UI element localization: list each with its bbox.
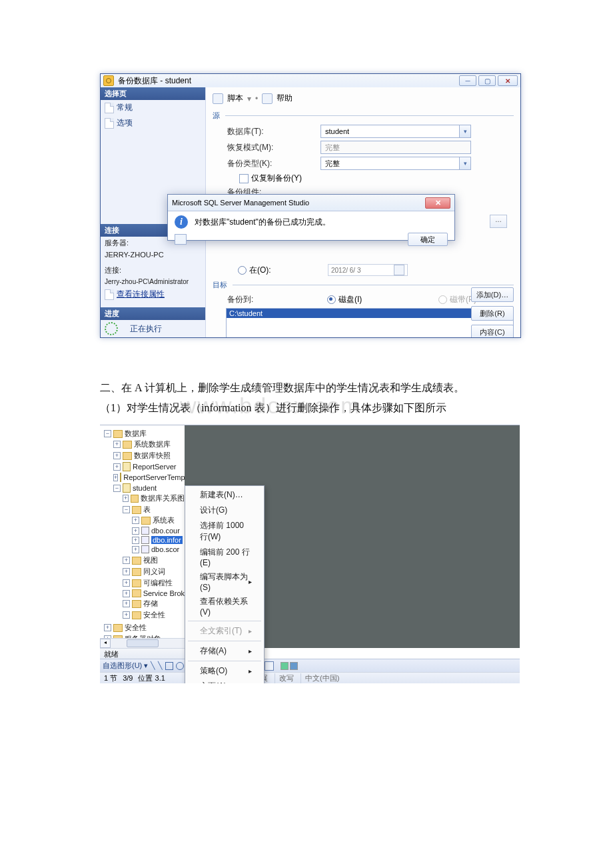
help-button[interactable]: 帮助 (277, 93, 293, 104)
dialog-toolbar: 脚本 ▾ • 帮助 (213, 93, 514, 104)
copy-only-checkbox[interactable] (239, 174, 249, 183)
ctx-design[interactable]: 设计(G) (185, 503, 264, 518)
ctx-policies[interactable]: 策略(O) (185, 663, 264, 679)
tree-reportservertemp[interactable]: ReportServerTempDB (123, 473, 185, 481)
nav-general[interactable]: 常规 (101, 100, 205, 115)
tree-toggle[interactable]: + (113, 441, 121, 448)
window-minimize-button[interactable]: ─ (459, 75, 476, 86)
tree-systables[interactable]: 系统表 (153, 515, 175, 525)
tree-toggle[interactable]: − (123, 506, 130, 513)
backup-type-dropdown[interactable]: 完整 ▾ (320, 157, 471, 170)
tree-views[interactable]: 视图 (143, 555, 158, 565)
add-button[interactable]: 添加(D)… (471, 287, 514, 302)
dest-disk-label: 磁盘(I) (338, 294, 385, 305)
calendar-icon (394, 265, 404, 275)
tree-toggle[interactable]: + (132, 537, 139, 544)
remove-button[interactable]: 删除(R) (471, 306, 514, 321)
tree-databases[interactable]: 数据库 (125, 429, 147, 439)
tree-service-broker[interactable]: Service Brok (143, 589, 185, 597)
tree-storage[interactable]: 存储 (143, 599, 158, 609)
tree-toggle[interactable]: + (123, 495, 129, 502)
arrow-style-icon[interactable] (265, 661, 274, 671)
ctx-separator (188, 661, 261, 661)
page-icon (105, 118, 114, 129)
tree-reportserver[interactable]: ReportServer (133, 463, 176, 471)
tree-toggle[interactable]: + (113, 474, 118, 481)
conn-label: 连接: (101, 264, 205, 277)
tree-security[interactable]: 安全性 (125, 623, 147, 633)
tree-toggle[interactable]: − (104, 430, 111, 437)
database-icon (123, 483, 131, 493)
chevron-down-icon: ▾ (459, 125, 470, 137)
tree-toggle[interactable]: + (123, 557, 130, 564)
tree-toggle[interactable]: + (123, 590, 130, 597)
database-dropdown[interactable]: student ▾ (320, 125, 471, 138)
status-language[interactable]: 中文(中国) (301, 673, 339, 683)
autoshape-dropdown[interactable]: 自选图形(U) ▾ (103, 661, 148, 671)
tree-toggle[interactable]: + (123, 600, 130, 607)
tree-toggle[interactable]: + (132, 517, 139, 524)
tree-toggle[interactable]: + (123, 579, 130, 587)
tree-toggle[interactable]: + (123, 568, 130, 575)
autoshape-toolbar: 自选图形(U) ▾ ╲ ╲ (100, 659, 190, 672)
tree-diagrams[interactable]: 数据库关系图 (141, 493, 185, 503)
3d-style-icon[interactable] (281, 662, 298, 670)
tree-sysdb[interactable]: 系统数据库 (134, 439, 171, 449)
nav-options[interactable]: 选项 (101, 115, 205, 131)
ctx-new-table[interactable]: 新建表(N)… (185, 487, 264, 503)
tree-snapshot[interactable]: 数据库快照 (134, 451, 171, 461)
tree-toggle[interactable]: + (113, 463, 121, 471)
ssms-status-bar: 就绪 (100, 648, 185, 659)
tree-synonyms[interactable]: 同义词 (143, 567, 165, 577)
tree-db-security[interactable]: 安全性 (143, 610, 165, 620)
scroll-left-button[interactable]: ◂ (100, 639, 111, 648)
ctx-storage[interactable]: 存储(A) (185, 643, 264, 659)
ctx-view-dependencies[interactable]: 查看依赖关系(V) (185, 594, 264, 619)
recovery-mode-field: 完整 (320, 141, 471, 154)
filegroup-browse-button[interactable]: … (490, 215, 507, 228)
window-close-button[interactable]: ✕ (498, 75, 518, 86)
tree-toggle[interactable]: + (132, 527, 139, 535)
expire-on-label: 在(O): (249, 265, 293, 276)
contents-button[interactable]: 内容(C) (471, 325, 514, 338)
tree-toggle[interactable]: + (104, 624, 111, 631)
ctx-select-top-1000[interactable]: 选择前 1000 行(W) (185, 518, 264, 545)
table-icon (141, 545, 149, 553)
tree-programmability[interactable]: 可编程性 (143, 578, 173, 588)
circle-icon[interactable] (176, 662, 184, 670)
rectangle-icon[interactable] (165, 662, 173, 670)
ctx-script-table-as[interactable]: 编写表脚本为(S) (185, 569, 264, 594)
tree-toggle[interactable]: + (132, 546, 139, 553)
msgbox-ok-button[interactable]: 确定 (408, 233, 448, 246)
progress-status: 正在执行 (101, 320, 205, 337)
folder-icon (113, 624, 123, 632)
ctx-facets[interactable]: 方面(A) (185, 679, 264, 683)
window-maximize-button[interactable]: ▢ (478, 75, 496, 86)
expire-on-radio[interactable] (238, 266, 247, 275)
scroll-thumb[interactable] (127, 639, 159, 647)
database-icon (103, 75, 114, 86)
msgbox-close-button[interactable]: ✕ (425, 197, 450, 209)
ctx-edit-top-200[interactable]: 编辑前 200 行(E) (185, 545, 264, 569)
folder-icon (132, 506, 141, 514)
dest-disk-radio[interactable] (327, 295, 336, 304)
tree-toggle[interactable]: + (113, 452, 121, 459)
tree-toggle[interactable]: − (113, 485, 121, 492)
tree-tables[interactable]: 表 (143, 505, 151, 515)
backup-dialog-window: 备份数据库 - student ─ ▢ ✕ 选择页 常规 选项 连接 服务器: … (100, 73, 521, 338)
tree-dbo-infor-selected[interactable]: dbo.infor (151, 536, 183, 544)
folder-icon (131, 495, 139, 503)
expire-date-field[interactable]: 2012/ 6/ 3 (328, 264, 408, 276)
tree-dbo-scor[interactable]: dbo.scor (151, 545, 179, 553)
script-button[interactable]: 脚本 (227, 93, 243, 104)
object-explorer[interactable]: −数据库 +系统数据库 +数据库快照 +ReportServer +Report… (100, 425, 185, 648)
tree-h-scrollbar[interactable]: ◂ (100, 638, 185, 648)
copy-icon[interactable] (175, 234, 187, 245)
success-messagebox: Microsoft SQL Server Management Studio ✕… (167, 194, 455, 241)
tree-student-db[interactable]: student (133, 484, 157, 492)
view-conn-props-link[interactable]: 查看连接属性 (101, 287, 205, 302)
tree-toggle[interactable]: + (123, 611, 130, 619)
tree-dbo-cour[interactable]: dbo.cour (151, 527, 180, 535)
folder-icon (123, 441, 132, 449)
paragraph-1: 二、在 A 计算机上，删除学生成绩管理数据库中的学生情况表和学生成绩表。 (100, 378, 513, 398)
